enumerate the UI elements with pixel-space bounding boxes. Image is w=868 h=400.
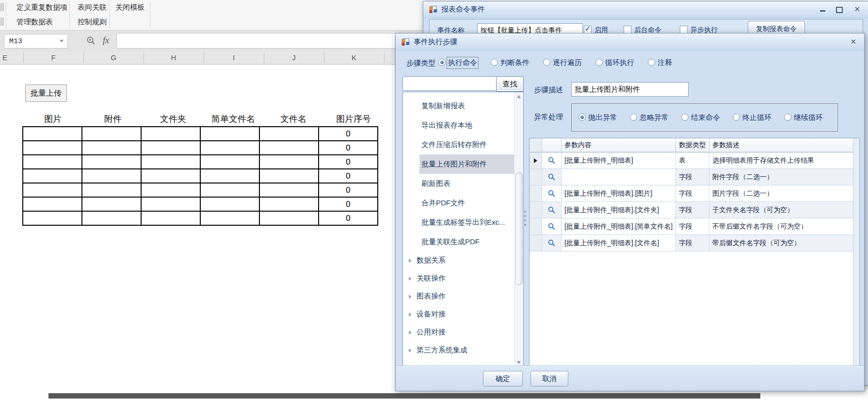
chevron-right-icon[interactable] [409,349,412,352]
chevron-right-icon[interactable] [409,277,412,281]
sheet-cell-picture-index[interactable]: 0 [319,155,378,169]
scrollbar-thumb[interactable] [515,172,523,285]
scroll-up-icon[interactable] [517,95,521,98]
formula-input[interactable] [116,33,435,49]
exception-radio-ignore[interactable] [630,114,637,121]
sheet-cell[interactable] [259,169,319,183]
sheet-cell[interactable] [82,211,141,225]
step-type-condition-label[interactable]: 判断条件 [500,58,530,67]
tree-node-relation-operations[interactable]: 关联操作 [403,269,523,287]
sheet-cell[interactable] [200,155,259,169]
param-row[interactable]: 字段 附件字段（二选一） [530,169,859,185]
chevron-right-icon[interactable] [409,331,412,334]
sheet-cell[interactable] [141,183,200,197]
sheet-cell[interactable] [259,183,319,197]
param-row[interactable]: [批量上传附件_明细表] 表 选择明细表用于存储文件上传结果 [530,152,859,169]
sheet-cell-picture-index[interactable]: 0 [319,211,378,225]
column-header-k[interactable]: K [344,53,364,62]
sheet-cell[interactable] [82,141,141,155]
param-row[interactable]: [批量上传附件_明细表].[文件名] 字段 带后缀文件名字段（可为空） [530,235,859,251]
sheet-cell[interactable] [141,211,200,225]
sheet-cell[interactable] [82,169,141,183]
step-type-radio-condition[interactable] [491,59,498,66]
sheet-cell[interactable] [259,141,319,155]
sheet-cell[interactable] [23,197,82,211]
menu-define-duplicate-items[interactable]: 定义重复数据项 [16,3,67,12]
sheet-cell-picture-index[interactable]: 0 [319,183,378,197]
sheet-cell[interactable] [23,127,82,141]
tree-node-data-relations[interactable]: 数据关系 [403,251,523,269]
param-content-cell[interactable]: [批量上传附件_明细表].[文件名] [562,235,676,251]
step-type-iterate-label[interactable]: 逐行遍历 [553,58,582,67]
sheet-cell[interactable] [200,183,259,197]
step-type-radio-comment[interactable] [648,59,655,66]
sheet-cell-picture-index[interactable]: 0 [319,141,378,155]
menu-table-relations[interactable]: 表间关联 [78,3,107,12]
tree-node-public-integration[interactable]: 公用对接 [403,323,523,341]
param-row[interactable]: [批量上传附件_明细表].[图片] 字段 图片字段（二选一） [530,185,859,202]
panel-splitter[interactable] [524,208,527,228]
column-header-f[interactable]: F [44,53,63,62]
step-type-loop-label[interactable]: 循环执行 [605,58,634,67]
chevron-right-icon[interactable] [409,295,412,299]
exception-continue-loop-label[interactable]: 继续循环 [794,113,823,122]
step-type-radio-loop[interactable] [595,59,603,66]
close-icon[interactable]: ✕ [854,6,860,13]
chevron-down-icon[interactable] [60,40,64,42]
command-item[interactable]: 批量关联生成PDF [419,232,514,251]
command-item-selected[interactable]: 批量上传图片和附件 [419,154,514,174]
command-item[interactable]: 批量生成标签导出到Exc... [419,213,514,232]
sheet-cell[interactable] [141,197,200,211]
sheet-cell-picture-index[interactable]: 0 [319,127,378,141]
sheet-cell[interactable] [82,183,141,197]
sheet-cell[interactable] [200,197,259,211]
close-icon[interactable]: ✕ [850,38,856,45]
column-header-i[interactable]: I [224,53,243,62]
tree-node-chart-operations[interactable]: 图表操作 [403,287,523,305]
param-content-cell[interactable]: [批量上传附件_明细表].[简单文件名] [562,218,676,234]
enable-checkbox[interactable] [584,26,592,33]
sheet-cell[interactable] [259,155,319,169]
sheet-cell[interactable] [23,183,82,197]
exception-stop-loop-label[interactable]: 终止循环 [742,113,772,122]
command-item[interactable]: 合并PDF文件 [419,193,514,213]
sheet-cell-picture-index[interactable]: 0 [319,197,378,211]
param-content-cell[interactable] [562,169,676,185]
grid-scrollbar[interactable] [853,138,859,367]
lookup-button[interactable] [542,169,562,185]
menu-manage-data-tables[interactable]: 管理数据表 [16,17,53,27]
ok-button[interactable]: 确定 [483,371,523,386]
lookup-button[interactable] [542,152,562,168]
sheet-cell[interactable] [200,127,259,141]
param-content-cell[interactable]: [批量上传附件_明细表].[图片] [562,185,676,201]
step-type-radio-iterate[interactable] [543,59,550,66]
async-execute-checkbox[interactable] [680,26,688,33]
sheet-cell[interactable] [82,155,141,169]
minimize-button[interactable] [820,10,825,12]
scroll-down-icon[interactable] [517,361,521,364]
step-type-radio-execute[interactable] [438,59,446,66]
dialog-titlebar[interactable]: 报表命令事件 [423,1,868,18]
chevron-right-icon[interactable] [409,259,412,263]
menu-control-rules[interactable]: 控制规则 [78,17,107,27]
cell-name-box[interactable]: M13 [4,34,68,49]
command-item[interactable]: 刷新图表 [419,174,514,193]
maximize-button[interactable] [836,7,843,13]
search-button[interactable]: 查找 [496,76,524,92]
column-header-e[interactable]: E [0,53,15,62]
exception-throw-label[interactable]: 抛出异常 [588,113,617,122]
sheet-cell[interactable] [259,127,319,141]
sheet-cell[interactable] [200,141,259,155]
cancel-button[interactable]: 取消 [530,371,568,386]
sheet-cell[interactable] [82,127,141,141]
sheet-cell-picture-index[interactable]: 0 [319,169,378,183]
dialog-titlebar[interactable]: 事件执行步骤 [396,33,864,50]
lookup-button[interactable] [542,185,562,201]
sheet-cell[interactable] [23,155,82,169]
sheet-cell[interactable] [141,141,200,155]
sheet-cell[interactable] [23,141,82,155]
lookup-button[interactable] [542,202,562,218]
param-row[interactable]: [批量上传附件_明细表].[简单文件名] 字段 不带后缀文件名字段（可为空） [530,218,859,235]
lookup-button[interactable] [542,235,562,251]
step-type-execute-label[interactable]: 执行命令 [448,58,477,67]
